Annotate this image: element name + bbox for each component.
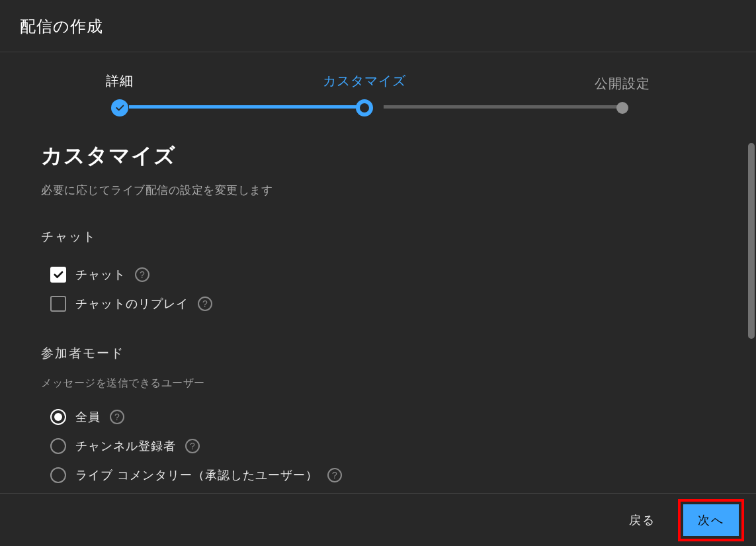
scrollbar-thumb[interactable] bbox=[748, 143, 755, 339]
chat-replay-option-label: チャットのリプレイ bbox=[75, 296, 189, 312]
everyone-label: 全員 bbox=[75, 409, 101, 425]
participant-group: 参加者モード メッセージを送信できるユーザー 全員 ? チャンネル登録者 ? ラ… bbox=[41, 345, 716, 490]
modal-footer: 戻る 次へ bbox=[0, 493, 756, 546]
step-label: 詳細 bbox=[106, 72, 134, 90]
live-commentary-radio[interactable] bbox=[50, 467, 66, 483]
help-icon[interactable]: ? bbox=[198, 296, 212, 311]
help-icon[interactable]: ? bbox=[135, 267, 149, 282]
step-line-2 bbox=[384, 105, 625, 109]
content-area: カスタマイズ 必要に応じてライブ配信の設定を変更します チャット チャット ? … bbox=[0, 119, 756, 493]
live-commentary-label: ライブ コメンタリー（承認したユーザー） bbox=[75, 467, 318, 483]
step-visibility[interactable]: 公開設定 bbox=[595, 75, 650, 114]
chat-group: チャット チャット ? チャットのリプレイ ? bbox=[41, 228, 716, 318]
step-label: 公開設定 bbox=[595, 75, 650, 93]
check-icon bbox=[52, 269, 64, 281]
everyone-radio[interactable] bbox=[50, 409, 66, 425]
next-button-highlight: 次へ bbox=[678, 499, 744, 541]
back-button[interactable]: 戻る bbox=[620, 506, 665, 535]
participant-everyone-row: 全員 ? bbox=[41, 402, 716, 432]
participant-subscribers-row: チャンネル登録者 ? bbox=[41, 432, 716, 461]
step-label: カスタマイズ bbox=[323, 72, 406, 90]
chat-option-label: チャット bbox=[75, 267, 126, 283]
step-details[interactable]: 詳細 bbox=[106, 72, 134, 116]
chat-option-row: チャット ? bbox=[41, 260, 716, 289]
participant-live-commentary-row: ライブ コメンタリー（承認したユーザー） ? bbox=[41, 461, 716, 490]
step-customize[interactable]: カスタマイズ bbox=[323, 72, 406, 116]
subscribers-label: チャンネル登録者 bbox=[75, 438, 176, 454]
help-icon[interactable]: ? bbox=[110, 410, 124, 424]
modal-title: 配信の作成 bbox=[20, 16, 736, 37]
help-icon[interactable]: ? bbox=[327, 468, 342, 482]
section-title: カスタマイズ bbox=[41, 142, 716, 171]
stepper: 詳細 カスタマイズ 公開設定 bbox=[0, 52, 756, 119]
chat-checkbox[interactable] bbox=[50, 267, 66, 283]
subscribers-radio[interactable] bbox=[50, 438, 66, 454]
chat-replay-checkbox[interactable] bbox=[50, 296, 66, 312]
modal-header: 配信の作成 bbox=[0, 0, 756, 52]
chat-group-title: チャット bbox=[41, 228, 716, 246]
participant-group-title: 参加者モード bbox=[41, 345, 716, 362]
create-stream-modal: 配信の作成 詳細 カスタマイズ 公開設定 カスタマイズ 必要に応じてライブ配信の… bbox=[0, 0, 756, 546]
chat-replay-option-row: チャットのリプレイ ? bbox=[41, 289, 716, 318]
section-description: 必要に応じてライブ配信の設定を変更します bbox=[41, 183, 716, 198]
help-icon[interactable]: ? bbox=[185, 439, 200, 453]
circle-icon bbox=[616, 102, 628, 114]
check-circle-icon bbox=[111, 99, 128, 116]
circle-active-icon bbox=[356, 99, 373, 116]
next-button[interactable]: 次へ bbox=[683, 504, 739, 536]
participant-group-desc: メッセージを送信できるユーザー bbox=[41, 377, 716, 390]
radio-dot-icon bbox=[54, 413, 62, 421]
